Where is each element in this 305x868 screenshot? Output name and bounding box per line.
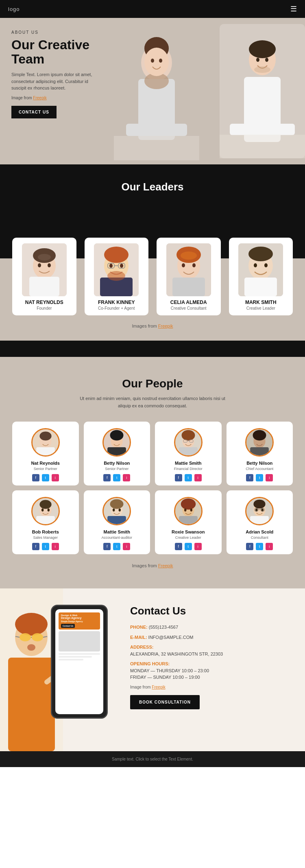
leader-name-celia: CELIA ALMEDA	[161, 300, 217, 305]
twitter-icon[interactable]: t	[256, 543, 263, 550]
twitter-icon[interactable]: t	[185, 543, 192, 550]
svg-point-26	[38, 263, 41, 267]
svg-point-16	[256, 58, 259, 62]
person-photo-adrian-scold	[246, 497, 272, 525]
instagram-icon[interactable]: i	[123, 543, 130, 550]
phone-subtext: Simple Design Agency	[61, 620, 98, 623]
leader-photo-nat	[22, 243, 67, 296]
leader-photo-frank	[94, 243, 139, 296]
contact-address-line: ADDRESS: ALEXANDRIA, 32 WASHINGOTN STR, …	[130, 644, 297, 657]
hamburger-menu-icon[interactable]: ☰	[290, 4, 297, 13]
person-card-mattie-smith-2: Mattie Smith Accountant-auditor f t i	[84, 490, 150, 554]
svg-point-27	[48, 263, 51, 267]
footer: Sample text. Click to select the Text El…	[0, 751, 305, 767]
svg-point-48	[248, 247, 273, 261]
person-card-bob-roberts: Bob Roberts Sales Manager f t i	[12, 490, 79, 554]
person-photo-betty-nilson-1	[104, 428, 130, 457]
twitter-icon[interactable]: t	[185, 474, 192, 481]
svg-rect-70	[250, 447, 269, 455]
person-card-betty-nilson-2: Betty Nilson Chief Accountant f t i	[227, 422, 293, 485]
person-card-mattie-smith: Mattie Smith Financial Director f t i	[155, 422, 222, 485]
facebook-icon[interactable]: f	[175, 543, 182, 550]
leaders-cards-area: NAT REYNOLDS Founder	[0, 201, 305, 315]
svg-rect-59	[107, 447, 126, 455]
svg-rect-99	[8, 658, 55, 751]
svg-point-44	[192, 263, 196, 267]
leader-photo-celia	[166, 243, 211, 296]
twitter-icon[interactable]: t	[113, 543, 120, 550]
svg-point-33	[109, 264, 113, 268]
person-avatar-mattie-smith-2	[102, 497, 131, 525]
facebook-icon[interactable]: f	[32, 543, 39, 550]
leader-role-nat: Founder	[16, 306, 72, 310]
leader-name-mark: MARK SMITH	[233, 300, 289, 305]
person-card-nat-reynolds: Nat Reynolds Senior Partner f t i	[12, 422, 79, 485]
svg-rect-20	[268, 124, 295, 135]
person-card-adrian-scold: Adrian Scold Consultant f t i	[227, 490, 293, 554]
svg-point-81	[113, 509, 115, 512]
instagram-icon[interactable]: i	[123, 474, 130, 481]
book-consultation-button[interactable]: BOOK CONSULTATION	[130, 695, 200, 709]
footer-text: Sample text. Click to select the Text El…	[112, 757, 193, 761]
leaders-footer: Images from Freepik	[0, 315, 305, 341]
person-card-roxie-swanson: Roxie Swanson Creative Leader f t i	[155, 490, 222, 554]
instagram-icon[interactable]: i	[194, 543, 202, 550]
person-social-betty-2: f t i	[230, 474, 290, 481]
phone-header: Design & Web Design Agency Simple Design…	[59, 612, 100, 630]
person-photo-mattie-smith-2	[104, 497, 130, 525]
phone-contact-btn: Contact Us	[61, 624, 75, 628]
svg-point-15	[249, 40, 276, 58]
facebook-icon[interactable]: f	[246, 474, 253, 481]
instagram-icon[interactable]: i	[194, 474, 202, 481]
phone-text-line-2	[59, 656, 92, 658]
svg-point-82	[119, 509, 121, 512]
facebook-icon[interactable]: f	[32, 474, 39, 481]
person-photo-roxie-swanson	[175, 497, 201, 525]
instagram-icon[interactable]: i	[266, 543, 273, 550]
instagram-icon[interactable]: i	[52, 543, 59, 550]
person-name-betty-nilson-1: Betty Nilson	[87, 461, 147, 466]
person-name-nat-reynolds: Nat Reynolds	[15, 461, 76, 466]
instagram-icon[interactable]: i	[266, 474, 273, 481]
svg-rect-42	[172, 278, 205, 296]
people-section: Our People Ut enim ad minim veniam, quis…	[0, 357, 305, 588]
svg-point-58	[110, 430, 124, 441]
facebook-icon[interactable]: f	[246, 543, 253, 550]
facebook-icon[interactable]: f	[175, 474, 182, 481]
svg-rect-55	[36, 447, 55, 455]
nav-logo: logo	[8, 6, 20, 12]
hero-person-1-image	[114, 26, 199, 160]
person-role-roxie-swanson: Creative Leader	[158, 536, 218, 540]
svg-point-45	[181, 251, 197, 260]
contact-phone-mockup: Design & Web Design Agency Simple Design…	[51, 605, 108, 719]
person-avatar-betty-nilson-2	[245, 428, 274, 457]
instagram-icon[interactable]: i	[52, 474, 59, 481]
svg-rect-25	[29, 277, 59, 296]
person-social-adrian: f t i	[230, 543, 290, 550]
contact-title: Contact Us	[130, 605, 297, 617]
person-role-mattie-smith-2: Accountant-auditor	[87, 536, 147, 540]
twitter-icon[interactable]: t	[42, 543, 49, 550]
twitter-icon[interactable]: t	[113, 474, 120, 481]
svg-point-8	[159, 59, 162, 63]
contact-us-button[interactable]: CONTACT US	[11, 106, 57, 118]
facebook-icon[interactable]: f	[103, 543, 111, 550]
leaders-title: Our Leaders	[0, 181, 305, 193]
svg-point-5	[150, 37, 163, 47]
svg-point-7	[151, 59, 154, 63]
person-role-nat-reynolds: Senior Partner	[15, 467, 76, 471]
person-card-betty-nilson-1: Betty Nilson Senior Partner f t i	[84, 422, 150, 485]
phone-text-line-3	[59, 659, 83, 660]
person-name-mattie-smith-2: Mattie Smith	[87, 529, 147, 534]
navbar: logo ☰	[0, 0, 305, 18]
twitter-icon[interactable]: t	[256, 474, 263, 481]
person-social-roxie: f t i	[158, 543, 218, 550]
person-avatar-roxie-swanson	[174, 497, 203, 525]
facebook-icon[interactable]: f	[103, 474, 111, 481]
leader-avatar-celia	[166, 243, 211, 296]
contact-images: Design & Web Design Agency Simple Design…	[0, 588, 126, 751]
twitter-icon[interactable]: t	[42, 474, 49, 481]
svg-point-75	[41, 509, 44, 512]
person-social-nat-reynolds: f t i	[15, 474, 76, 481]
hero-about-label: ABOUT US	[11, 30, 93, 35]
